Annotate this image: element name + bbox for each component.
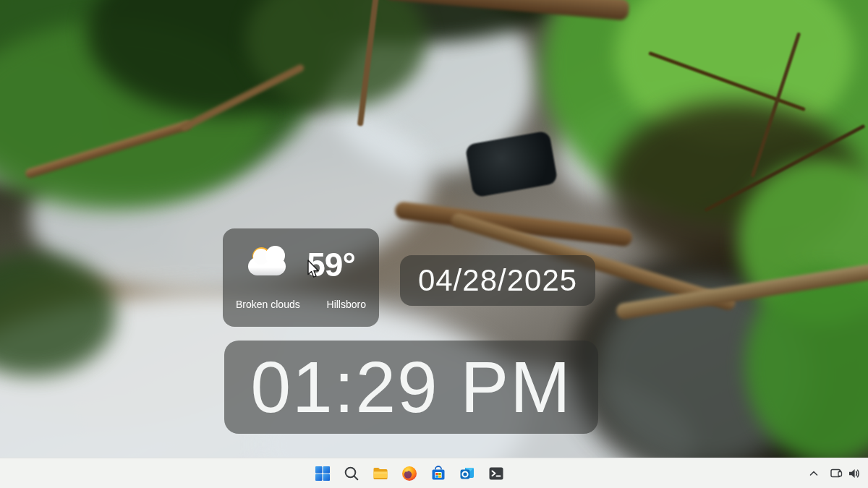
file-explorer-folder-icon	[372, 465, 389, 482]
weather-widget[interactable]: 59° Broken clouds Hillsboro	[223, 228, 379, 327]
network-icon	[830, 467, 843, 480]
weather-bottom-row: Broken clouds Hillsboro	[227, 299, 375, 310]
taskbar-system-tray	[804, 460, 866, 487]
cloud-icon	[248, 257, 286, 275]
chevron-up-icon	[808, 468, 820, 479]
date-text: 04/28/2025	[418, 263, 577, 298]
firefox-icon	[401, 465, 418, 482]
outlook-button[interactable]	[454, 460, 480, 487]
mouse-cursor	[307, 260, 321, 280]
outlook-icon	[459, 465, 476, 482]
windows-start-icon	[314, 465, 331, 482]
taskbar	[0, 458, 868, 488]
microsoft-store-button[interactable]	[425, 460, 451, 487]
search-button[interactable]	[338, 460, 365, 487]
weather-location: Hillsboro	[327, 299, 366, 310]
network-volume-button[interactable]	[824, 460, 866, 487]
terminal-icon	[488, 465, 505, 482]
firefox-button[interactable]	[396, 460, 422, 487]
taskbar-center-icons	[309, 460, 509, 487]
terminal-button[interactable]	[482, 460, 509, 487]
date-widget[interactable]: 04/28/2025	[400, 255, 595, 306]
weather-condition: Broken clouds	[236, 299, 300, 310]
weather-top-row: 59°	[227, 245, 375, 284]
desktop: 59° Broken clouds Hillsboro 04/28/2025 0…	[0, 0, 868, 488]
clock-widget[interactable]: 01:29 PM	[224, 341, 598, 434]
file-explorer-button[interactable]	[367, 460, 393, 487]
time-text: 01:29 PM	[250, 346, 571, 429]
start-button[interactable]	[309, 460, 336, 487]
show-hidden-icons-button[interactable]	[804, 460, 824, 487]
sun-behind-cloud-icon	[247, 247, 287, 282]
search-icon	[343, 465, 360, 482]
volume-icon	[848, 467, 861, 480]
microsoft-store-icon	[430, 465, 447, 482]
